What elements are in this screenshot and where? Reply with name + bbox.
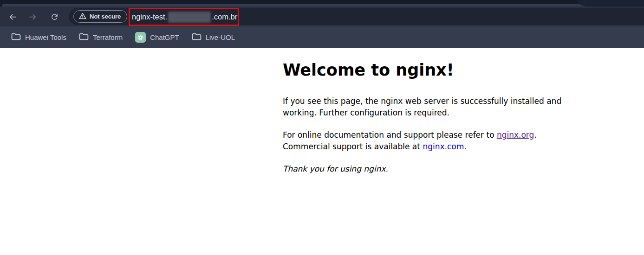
support-line-1-period: . [534,130,536,140]
back-button[interactable] [6,10,20,24]
support-paragraph: For online documentation and support ple… [283,129,608,152]
forward-arrow-icon [28,12,38,22]
folder-icon [11,32,21,42]
intro-line-1: If you see this page, the nginx web serv… [283,96,561,106]
bookmarks-bar: Huawei Tools Terraform ChatGPT [0,26,644,48]
bookmark-label: ChatGPT [150,33,179,41]
url-prefix: nginx-test. [132,13,167,21]
closing-text: Thank you for using nginx. [283,164,388,173]
nginx-com-link[interactable]: nginx.com [423,142,464,151]
support-line-2-text: Commercial support is available at [283,142,423,151]
browser-toolbar: Not secure nginx-test. .com.br [0,6,644,26]
bookmark-folder-terraform[interactable]: Terraform [77,31,124,43]
window-frame [0,0,644,6]
tab-strip-corner [578,0,644,6]
forward-button[interactable] [26,10,39,24]
intro-paragraph: If you see this page, the nginx web serv… [283,96,608,118]
url-annotation-highlight-rect: nginx-test. .com.br [129,8,239,26]
closing-paragraph: Thank you for using nginx. [283,163,608,175]
reload-button[interactable] [47,10,61,24]
bookmark-label: Live-UOL [206,33,235,41]
folder-icon [79,32,89,42]
reload-icon [50,13,59,21]
chatgpt-logo-icon [135,32,146,43]
bookmark-folder-live-uol[interactable]: Live-UOL [190,31,237,43]
folder-icon [192,32,202,42]
bookmark-label: Huawei Tools [25,33,66,41]
bookmark-label: Terraform [93,33,123,41]
bookmark-folder-huawei-tools[interactable]: Huawei Tools [9,31,68,43]
support-line-2-period: . [464,142,466,151]
security-chip-label: Not secure [90,13,121,20]
bookmark-chatgpt[interactable]: ChatGPT [133,31,181,44]
back-arrow-icon [8,12,18,22]
warning-triangle-icon [79,13,86,21]
redacted-url-segment [168,12,211,23]
page-title: Welcome to nginx! [283,59,608,81]
page-content: Welcome to nginx! If you see this page, … [283,59,608,186]
support-line-1-text: For online documentation and support ple… [283,130,497,140]
intro-line-2: working. Further configuration is requir… [283,108,449,117]
nginx-org-link[interactable]: nginx.org [497,130,534,140]
url-suffix: .com.br [212,13,237,21]
site-security-chip[interactable]: Not secure [73,10,127,23]
